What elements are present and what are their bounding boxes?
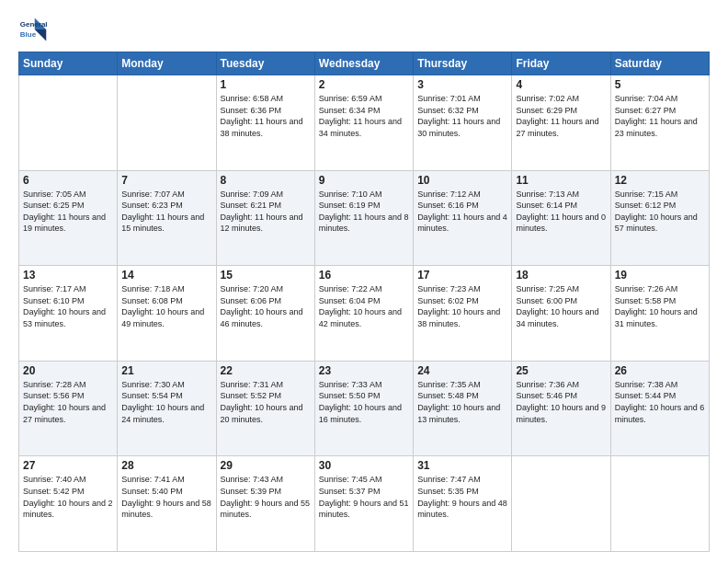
calendar-cell: 8Sunrise: 7:09 AM Sunset: 6:21 PM Daylig… [216, 170, 314, 266]
calendar-cell: 1Sunrise: 6:58 AM Sunset: 6:36 PM Daylig… [216, 75, 314, 171]
calendar-cell: 24Sunrise: 7:35 AM Sunset: 5:48 PM Dayli… [414, 361, 512, 456]
day-info: Sunrise: 7:04 AM Sunset: 6:27 PM Dayligh… [615, 93, 705, 139]
day-info: Sunrise: 7:25 AM Sunset: 6:00 PM Dayligh… [516, 283, 606, 329]
day-number: 9 [319, 174, 409, 187]
calendar-cell [19, 75, 118, 171]
day-number: 25 [516, 364, 606, 377]
day-number: 26 [615, 364, 705, 377]
calendar-cell: 19Sunrise: 7:26 AM Sunset: 5:58 PM Dayli… [610, 266, 709, 362]
day-number: 8 [221, 174, 311, 187]
weekday-header: Sunday [19, 52, 118, 75]
day-info: Sunrise: 7:28 AM Sunset: 5:56 PM Dayligh… [23, 379, 113, 425]
weekday-header: Thursday [414, 52, 512, 75]
calendar-cell: 16Sunrise: 7:22 AM Sunset: 6:04 PM Dayli… [314, 266, 413, 362]
day-number: 20 [23, 364, 113, 377]
day-number: 17 [417, 269, 507, 282]
calendar-cell: 3Sunrise: 7:01 AM Sunset: 6:32 PM Daylig… [414, 75, 512, 171]
svg-text:Blue: Blue [20, 30, 37, 39]
day-number: 5 [615, 78, 705, 91]
day-info: Sunrise: 7:26 AM Sunset: 5:58 PM Dayligh… [615, 283, 705, 329]
calendar-cell: 17Sunrise: 7:23 AM Sunset: 6:02 PM Dayli… [414, 266, 512, 362]
day-number: 6 [23, 174, 113, 187]
day-info: Sunrise: 7:47 AM Sunset: 5:35 PM Dayligh… [417, 474, 507, 520]
calendar-cell: 18Sunrise: 7:25 AM Sunset: 6:00 PM Dayli… [512, 266, 610, 362]
day-number: 24 [417, 364, 507, 377]
weekday-header: Saturday [610, 52, 709, 75]
calendar-cell: 31Sunrise: 7:47 AM Sunset: 5:35 PM Dayli… [414, 456, 512, 552]
day-number: 16 [319, 269, 409, 282]
day-info: Sunrise: 7:18 AM Sunset: 6:08 PM Dayligh… [121, 283, 211, 329]
day-number: 13 [23, 269, 113, 282]
day-info: Sunrise: 7:41 AM Sunset: 5:40 PM Dayligh… [121, 474, 211, 520]
weekday-header: Wednesday [314, 52, 413, 75]
calendar-table: SundayMondayTuesdayWednesdayThursdayFrid… [18, 52, 710, 552]
calendar-week-row: 6Sunrise: 7:05 AM Sunset: 6:25 PM Daylig… [19, 170, 710, 266]
calendar-header-row: SundayMondayTuesdayWednesdayThursdayFrid… [19, 52, 710, 75]
calendar-cell: 4Sunrise: 7:02 AM Sunset: 6:29 PM Daylig… [512, 75, 610, 171]
day-info: Sunrise: 7:35 AM Sunset: 5:48 PM Dayligh… [417, 379, 507, 425]
calendar-cell [610, 456, 709, 552]
calendar-cell [512, 456, 610, 552]
day-info: Sunrise: 7:17 AM Sunset: 6:10 PM Dayligh… [23, 283, 113, 329]
day-number: 30 [319, 459, 409, 472]
day-info: Sunrise: 7:02 AM Sunset: 6:29 PM Dayligh… [516, 93, 606, 139]
calendar-cell: 11Sunrise: 7:13 AM Sunset: 6:14 PM Dayli… [512, 170, 610, 266]
calendar-cell: 7Sunrise: 7:07 AM Sunset: 6:23 PM Daylig… [118, 170, 216, 266]
calendar-cell: 23Sunrise: 7:33 AM Sunset: 5:50 PM Dayli… [314, 361, 413, 456]
day-number: 10 [417, 174, 507, 187]
calendar-cell: 12Sunrise: 7:15 AM Sunset: 6:12 PM Dayli… [610, 170, 709, 266]
day-number: 29 [221, 459, 311, 472]
day-info: Sunrise: 7:36 AM Sunset: 5:46 PM Dayligh… [516, 379, 606, 425]
day-info: Sunrise: 7:33 AM Sunset: 5:50 PM Dayligh… [319, 379, 409, 425]
day-info: Sunrise: 7:43 AM Sunset: 5:39 PM Dayligh… [221, 474, 311, 520]
day-number: 28 [121, 459, 211, 472]
calendar-cell: 10Sunrise: 7:12 AM Sunset: 6:16 PM Dayli… [414, 170, 512, 266]
day-info: Sunrise: 7:15 AM Sunset: 6:12 PM Dayligh… [615, 189, 705, 235]
logo: General Blue [18, 15, 48, 44]
day-number: 3 [417, 78, 507, 91]
day-number: 22 [221, 364, 311, 377]
calendar-cell: 30Sunrise: 7:45 AM Sunset: 5:37 PM Dayli… [314, 456, 413, 552]
calendar-cell: 5Sunrise: 7:04 AM Sunset: 6:27 PM Daylig… [610, 75, 709, 171]
day-number: 19 [615, 269, 705, 282]
day-info: Sunrise: 6:58 AM Sunset: 6:36 PM Dayligh… [221, 93, 311, 139]
day-info: Sunrise: 7:38 AM Sunset: 5:44 PM Dayligh… [615, 379, 705, 425]
calendar-week-row: 27Sunrise: 7:40 AM Sunset: 5:42 PM Dayli… [19, 456, 710, 552]
day-number: 7 [121, 174, 211, 187]
weekday-header: Friday [512, 52, 610, 75]
day-number: 1 [221, 78, 311, 91]
day-info: Sunrise: 7:13 AM Sunset: 6:14 PM Dayligh… [516, 189, 606, 235]
page: General Blue SundayMondayTuesdayWednesda… [0, 0, 728, 563]
day-info: Sunrise: 7:30 AM Sunset: 5:54 PM Dayligh… [121, 379, 211, 425]
calendar-cell: 15Sunrise: 7:20 AM Sunset: 6:06 PM Dayli… [216, 266, 314, 362]
day-info: Sunrise: 7:20 AM Sunset: 6:06 PM Dayligh… [221, 283, 311, 329]
day-number: 27 [23, 459, 113, 472]
day-number: 4 [516, 78, 606, 91]
day-info: Sunrise: 7:07 AM Sunset: 6:23 PM Dayligh… [121, 189, 211, 235]
calendar-cell: 9Sunrise: 7:10 AM Sunset: 6:19 PM Daylig… [314, 170, 413, 266]
day-info: Sunrise: 7:09 AM Sunset: 6:21 PM Dayligh… [221, 189, 311, 235]
calendar-cell: 25Sunrise: 7:36 AM Sunset: 5:46 PM Dayli… [512, 361, 610, 456]
calendar-cell: 28Sunrise: 7:41 AM Sunset: 5:40 PM Dayli… [118, 456, 216, 552]
day-number: 21 [121, 364, 211, 377]
calendar-week-row: 13Sunrise: 7:17 AM Sunset: 6:10 PM Dayli… [19, 266, 710, 362]
day-info: Sunrise: 6:59 AM Sunset: 6:34 PM Dayligh… [319, 93, 409, 139]
calendar-week-row: 1Sunrise: 6:58 AM Sunset: 6:36 PM Daylig… [19, 75, 710, 171]
calendar-cell: 21Sunrise: 7:30 AM Sunset: 5:54 PM Dayli… [118, 361, 216, 456]
logo-icon: General Blue [18, 15, 48, 44]
day-info: Sunrise: 7:23 AM Sunset: 6:02 PM Dayligh… [417, 283, 507, 329]
day-info: Sunrise: 7:12 AM Sunset: 6:16 PM Dayligh… [417, 189, 507, 235]
day-info: Sunrise: 7:05 AM Sunset: 6:25 PM Dayligh… [23, 189, 113, 235]
day-info: Sunrise: 7:10 AM Sunset: 6:19 PM Dayligh… [319, 189, 409, 235]
day-number: 23 [319, 364, 409, 377]
svg-text:General: General [20, 20, 48, 29]
day-number: 31 [417, 459, 507, 472]
calendar-cell [118, 75, 216, 171]
calendar-cell: 20Sunrise: 7:28 AM Sunset: 5:56 PM Dayli… [19, 361, 118, 456]
calendar-cell: 29Sunrise: 7:43 AM Sunset: 5:39 PM Dayli… [216, 456, 314, 552]
day-number: 15 [221, 269, 311, 282]
day-number: 12 [615, 174, 705, 187]
day-number: 18 [516, 269, 606, 282]
day-info: Sunrise: 7:31 AM Sunset: 5:52 PM Dayligh… [221, 379, 311, 425]
calendar-cell: 27Sunrise: 7:40 AM Sunset: 5:42 PM Dayli… [19, 456, 118, 552]
